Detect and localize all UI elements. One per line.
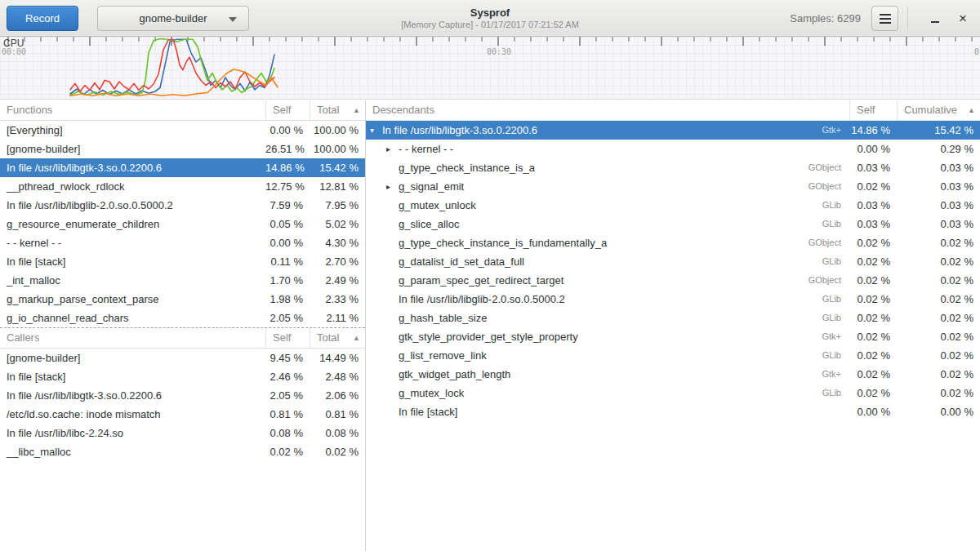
expander-icon[interactable]: ▸ — [386, 140, 399, 158]
function-name-cell: _int_malloc — [0, 271, 265, 290]
column-header-functions[interactable]: Functions — [0, 100, 265, 120]
table-row[interactable]: [gnome-builder]9.45 %14.49 % — [0, 349, 365, 367]
self-percent-cell: 0.11 % — [265, 252, 310, 271]
descendant-name: g_signal_emit — [399, 177, 464, 196]
descendant-name: g_param_spec_get_redirect_target — [399, 271, 564, 290]
table-row[interactable]: g_io_channel_read_chars2.05 %2.11 % — [0, 309, 365, 327]
function-name-cell: g_resource_enumerate_children — [0, 215, 265, 233]
descendant-name-cell: g_datalist_id_set_data_full — [366, 252, 822, 271]
total-percent-cell: 0.08 % — [310, 424, 365, 442]
table-row[interactable]: /etc/ld.so.cache: inode mismatch0.81 %0.… — [0, 405, 365, 424]
column-header-total[interactable]: Total ▲ — [310, 328, 365, 348]
descendant-name-cell: In file /usr/lib/libglib-2.0.so.0.5000.2 — [366, 290, 822, 309]
tree-row[interactable]: g_mutex_unlockGLib0.03 %0.03 % — [366, 196, 980, 215]
descendants-table-header: Descendants Self Cumulative ▲ — [366, 100, 980, 121]
table-row[interactable]: In file [stack]0.11 %2.70 % — [0, 252, 365, 271]
cumulative-percent-cell: 0.03 % — [897, 215, 980, 233]
table-row[interactable]: In file [stack]2.46 %2.48 % — [0, 367, 365, 386]
table-row[interactable]: In file /usr/lib/libc-2.24.so0.08 %0.08 … — [0, 424, 365, 442]
tree-row[interactable]: ▸g_signal_emitGObject0.02 %0.03 % — [366, 177, 980, 196]
library-tag — [841, 402, 849, 421]
column-header-callers[interactable]: Callers — [0, 328, 265, 348]
tree-row[interactable]: g_type_check_instance_is_fundamentally_a… — [366, 233, 980, 252]
function-name-cell: [gnome-builder] — [0, 349, 265, 367]
column-header-cumulative[interactable]: Cumulative ▲ — [897, 100, 980, 120]
self-percent-cell: 14.86 % — [849, 121, 897, 140]
self-percent-cell: 0.02 % — [849, 309, 897, 327]
tree-row[interactable]: In file /usr/lib/libglib-2.0.so.0.5000.2… — [366, 290, 980, 309]
callers-table-body: [gnome-builder]9.45 %14.49 %In file [sta… — [0, 349, 365, 461]
library-tag: GLib — [822, 196, 849, 215]
tree-row[interactable]: ▸- - kernel - -0.00 %0.29 % — [366, 140, 980, 158]
self-percent-cell: 0.02 % — [849, 346, 897, 365]
table-row[interactable]: In file /usr/lib/libglib-2.0.so.0.5000.2… — [0, 196, 365, 215]
expander-icon[interactable]: ▾ — [370, 121, 382, 140]
descendant-name: In file /usr/lib/libgtk-3.so.0.2200.6 — [382, 121, 537, 140]
descendant-name-cell: ▸- - kernel - - — [366, 140, 841, 158]
table-row[interactable]: _int_malloc1.70 %2.49 % — [0, 271, 365, 290]
library-tag: GLib — [822, 215, 849, 233]
function-name-cell: g_io_channel_read_chars — [0, 309, 265, 327]
self-percent-cell: 2.46 % — [265, 367, 310, 386]
tree-row[interactable]: g_type_check_instance_is_aGObject0.03 %0… — [366, 158, 980, 177]
column-header-total[interactable]: Total ▲ — [310, 100, 365, 120]
tree-row[interactable]: g_list_remove_linkGLib0.02 %0.02 % — [366, 346, 980, 365]
record-button[interactable]: Record — [7, 6, 78, 31]
column-header-self[interactable]: Self — [265, 328, 310, 348]
target-select-dropdown[interactable]: gnome-builder — [97, 6, 249, 31]
table-row[interactable]: __libc_malloc0.02 %0.02 % — [0, 442, 365, 461]
callers-section: Callers Self Total ▲ [gnome-builder]9.45… — [0, 327, 365, 461]
tree-row[interactable]: ▾In file /usr/lib/libgtk-3.so.0.2200.6Gt… — [366, 121, 980, 140]
expander-icon[interactable]: ▸ — [386, 177, 399, 196]
total-percent-cell: 2.11 % — [310, 309, 365, 327]
total-percent-cell: 2.49 % — [310, 271, 365, 290]
function-name-cell: __pthread_rwlock_rdlock — [0, 177, 265, 196]
header-separator — [907, 7, 908, 30]
self-percent-cell: 0.02 % — [265, 442, 310, 461]
self-percent-cell: 2.05 % — [265, 309, 310, 327]
tree-row[interactable]: g_param_spec_get_redirect_targetGObject0… — [366, 271, 980, 290]
function-name-cell: [gnome-builder] — [0, 140, 265, 158]
cumulative-percent-cell: 0.03 % — [897, 177, 980, 196]
tree-row[interactable]: gtk_style_provider_get_style_propertyGtk… — [366, 327, 980, 346]
self-percent-cell: 7.59 % — [265, 196, 310, 215]
table-row[interactable]: In file /usr/lib/libgtk-3.so.0.2200.62.0… — [0, 386, 365, 405]
self-percent-cell: 0.00 % — [265, 233, 310, 252]
minimize-button[interactable] — [926, 10, 944, 28]
tree-row[interactable]: gtk_widget_path_lengthGtk+0.02 %0.02 % — [366, 365, 980, 384]
descendant-name-cell: ▾In file /usr/lib/libgtk-3.so.0.2200.6 — [366, 121, 822, 140]
descendant-name-cell: In file [stack] — [366, 402, 841, 421]
column-header-self[interactable]: Self — [849, 100, 897, 120]
total-percent-cell: 5.02 % — [310, 215, 365, 233]
table-row[interactable]: g_resource_enumerate_children0.05 %5.02 … — [0, 215, 365, 233]
library-tag: Gtk+ — [822, 327, 849, 346]
tree-row[interactable]: In file [stack]0.00 %0.00 % — [366, 402, 980, 421]
self-percent-cell: 0.02 % — [849, 384, 897, 402]
descendant-name-cell: g_mutex_unlock — [366, 196, 822, 215]
descendant-name: g_hash_table_size — [399, 309, 487, 327]
tree-row[interactable]: g_mutex_lockGLib0.02 %0.02 % — [366, 384, 980, 402]
cpu-timeline-graph[interactable]: CPU 00:00 00:30 01:00 — [0, 37, 980, 100]
descendant-name-cell: gtk_style_provider_get_style_property — [366, 327, 822, 346]
column-header-descendants[interactable]: Descendants — [366, 100, 849, 120]
descendant-name-cell: g_param_spec_get_redirect_target — [366, 271, 808, 290]
cumulative-percent-cell: 0.02 % — [897, 290, 980, 309]
table-row[interactable]: g_markup_parse_context_parse1.98 %2.33 % — [0, 290, 365, 309]
self-percent-cell: 12.75 % — [265, 177, 310, 196]
table-row[interactable]: In file /usr/lib/libgtk-3.so.0.2200.614.… — [0, 158, 365, 177]
tree-row[interactable]: g_slice_allocGLib0.03 %0.03 % — [366, 215, 980, 233]
tree-row[interactable]: g_datalist_id_set_data_fullGLib0.02 %0.0… — [366, 252, 980, 271]
table-row[interactable]: - - kernel - -0.00 %4.30 % — [0, 233, 365, 252]
cumulative-percent-cell: 0.02 % — [897, 365, 980, 384]
descendant-name: g_slice_alloc — [399, 215, 459, 233]
library-tag: GLib — [822, 346, 849, 365]
descendants-section: Descendants Self Cumulative ▲ ▾In file /… — [366, 100, 980, 551]
column-header-self[interactable]: Self — [265, 100, 310, 120]
table-row[interactable]: [gnome-builder]26.51 %100.00 % — [0, 140, 365, 158]
close-button[interactable]: × — [954, 10, 972, 28]
table-row[interactable]: [Everything]0.00 %100.00 % — [0, 121, 365, 140]
library-tag: GLib — [822, 384, 849, 402]
menu-button[interactable] — [871, 6, 898, 31]
tree-row[interactable]: g_hash_table_sizeGLib0.02 %0.02 % — [366, 309, 980, 327]
table-row[interactable]: __pthread_rwlock_rdlock12.75 %12.81 % — [0, 177, 365, 196]
